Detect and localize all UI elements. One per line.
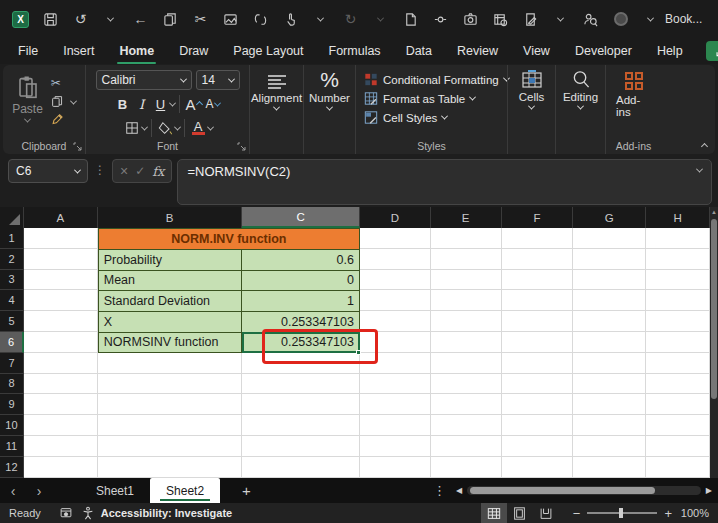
cell-D8[interactable] [360, 374, 431, 395]
document-title[interactable]: Book... [665, 12, 702, 26]
cell-E4[interactable] [431, 290, 502, 311]
cell-D1[interactable] [360, 228, 431, 249]
column-header-B[interactable]: B [98, 207, 243, 228]
number-button[interactable]: % Number [303, 70, 356, 111]
cell-B6[interactable]: NORMSINV function [98, 332, 243, 353]
cell-B12[interactable] [98, 457, 243, 478]
cell-E5[interactable] [431, 311, 502, 332]
cell-D11[interactable] [360, 436, 431, 457]
cell-C7[interactable] [242, 353, 360, 374]
cell-H9[interactable] [646, 394, 710, 415]
cell-H2[interactable] [646, 249, 710, 270]
tab-review[interactable]: Review [455, 41, 500, 61]
cell-F2[interactable] [502, 249, 574, 270]
cell-E6[interactable] [431, 332, 502, 353]
bold-button[interactable]: B [113, 95, 132, 113]
format-as-table-button[interactable]: Format as Table [364, 89, 475, 108]
fill-color-button[interactable] [156, 119, 175, 137]
cell-B2[interactable]: Probability [98, 249, 243, 270]
cell-A7[interactable] [24, 353, 98, 374]
cell-F4[interactable] [502, 290, 574, 311]
cell-C2[interactable]: 0.6 [242, 249, 360, 270]
row-header-5[interactable]: 5 [0, 311, 24, 332]
cell-B1-merged-title[interactable]: NORM.INV function [98, 228, 360, 249]
font-color-button[interactable]: A [189, 119, 208, 137]
column-header-D[interactable]: D [360, 207, 431, 228]
cell-C5[interactable]: 0.253347103 [242, 311, 360, 332]
cell-D9[interactable] [360, 394, 431, 415]
cell-A2[interactable] [24, 249, 98, 270]
cell-A10[interactable] [24, 415, 98, 436]
pin-icon[interactable] [432, 11, 449, 28]
cell-F5[interactable] [502, 311, 574, 332]
cell-A5[interactable] [24, 311, 98, 332]
row-header-8[interactable]: 8 [0, 374, 24, 395]
zoom-in-button[interactable]: + [664, 506, 672, 521]
cell-G10[interactable] [573, 415, 646, 436]
vertical-scrollbar[interactable]: ▲ [710, 207, 718, 478]
cell-D7[interactable] [360, 353, 431, 374]
cell-H8[interactable] [646, 374, 710, 395]
copy-icon[interactable] [162, 11, 179, 28]
tab-data[interactable]: Data [404, 41, 434, 61]
cell-H11[interactable] [646, 436, 710, 457]
underline-chevron-icon[interactable] [169, 99, 176, 106]
format-painter-button[interactable] [51, 113, 65, 126]
tab-help[interactable]: Help [655, 41, 685, 61]
borders-button[interactable] [123, 119, 142, 137]
touch-mode-chevron-icon[interactable] [312, 11, 329, 28]
cell-F8[interactable] [502, 374, 574, 395]
cell-D5[interactable] [360, 311, 431, 332]
scroll-up-icon[interactable]: ▲ [711, 209, 717, 215]
cell-B10[interactable] [98, 415, 243, 436]
cell-C8[interactable] [242, 374, 360, 395]
excel-logo-icon[interactable]: X [12, 11, 29, 28]
cell-G8[interactable] [573, 374, 646, 395]
row-header-9[interactable]: 9 [0, 394, 24, 415]
cell-C11[interactable] [242, 436, 360, 457]
new-document-icon[interactable] [402, 11, 419, 28]
redo-chevron-icon[interactable] [372, 11, 389, 28]
zoom-slider-thumb[interactable] [619, 508, 623, 518]
sheet-tab-sheet2[interactable]: Sheet2 [150, 478, 220, 503]
font-size-select[interactable]: 14 [196, 70, 240, 90]
cell-C12[interactable] [242, 457, 360, 478]
cell-H10[interactable] [646, 415, 710, 436]
italic-button[interactable]: I [132, 95, 151, 113]
cell-D6[interactable] [360, 332, 431, 353]
tab-page-layout[interactable]: Page Layout [231, 41, 305, 61]
copy-button[interactable] [51, 95, 65, 108]
paste-button[interactable]: Paste [12, 76, 43, 123]
cell-C3[interactable]: 0 [242, 270, 360, 291]
sheet-more-icon[interactable]: ⋮ [423, 483, 456, 498]
column-header-G[interactable]: G [573, 207, 646, 228]
cell-H12[interactable] [646, 457, 710, 478]
accessibility-status[interactable]: Accessibility: Investigate [101, 507, 232, 519]
cell-E9[interactable] [431, 394, 502, 415]
accessibility-icon[interactable] [77, 503, 99, 523]
horizontal-scrollbar[interactable]: ◀ ▶ [456, 486, 718, 495]
borders-chevron-icon[interactable] [140, 123, 147, 130]
new-sheet-button[interactable]: + [242, 482, 251, 499]
formula-bar-expand-icon[interactable] [696, 166, 703, 173]
cell-B11[interactable] [98, 436, 243, 457]
cell-G2[interactable] [573, 249, 646, 270]
cell-G7[interactable] [573, 353, 646, 374]
font-dialog-launcher-icon[interactable] [237, 142, 246, 151]
alignment-button[interactable]: Alignment [245, 74, 308, 111]
zoom-out-button[interactable]: − [573, 506, 581, 521]
normal-view-button[interactable] [481, 503, 507, 523]
cell-G4[interactable] [573, 290, 646, 311]
cell-A9[interactable] [24, 394, 98, 415]
redo-icon[interactable]: ↻ [342, 11, 359, 28]
paste-picture-icon[interactable] [222, 11, 239, 28]
macro-record-icon[interactable] [55, 503, 77, 523]
cell-C10[interactable] [242, 415, 360, 436]
cell-F6[interactable] [502, 332, 574, 353]
cell-D12[interactable] [360, 457, 431, 478]
cell-F9[interactable] [502, 394, 574, 415]
cell-F7[interactable] [502, 353, 574, 374]
underline-button[interactable]: U [151, 95, 170, 113]
person-search-icon[interactable] [582, 11, 599, 28]
cell-A12[interactable] [24, 457, 98, 478]
